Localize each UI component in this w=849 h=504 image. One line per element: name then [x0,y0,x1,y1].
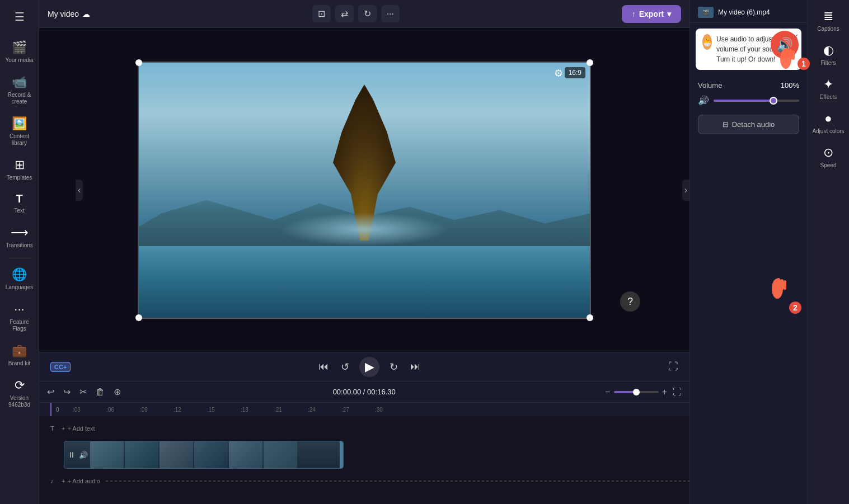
text-track-label: T [50,425,62,432]
resize-handle-br[interactable] [587,314,593,321]
templates-icon: ⊞ [15,158,25,172]
sidebar-item-your-media[interactable]: 🎬 Your media [2,36,37,68]
sidebar-item-record-create[interactable]: 📹 Record &create [2,70,37,110]
crop-button[interactable]: ⊡ [312,5,331,22]
rotate-button[interactable]: ↻ [358,5,377,22]
sidebar-item-templates[interactable]: ⊞ Templates [2,153,37,186]
forward-button[interactable]: ↻ [387,359,400,375]
sidebar-item-label: Text [14,208,24,214]
right-panel-item-speed[interactable]: ⊙ Speed [809,141,847,173]
add-audio-button[interactable]: + + Add audio [62,478,100,484]
feature-flags-icon: ··· [14,302,24,317]
cc-button[interactable]: CC+ [50,362,71,372]
sidebar-item-content-library[interactable]: 🖼️ Content library [2,112,37,151]
right-panel-item-captions[interactable]: ≣ Captions [809,4,847,36]
sidebar-item-label: Languages [6,284,34,291]
preview-settings-icon[interactable]: ⚙ [554,67,563,79]
timeline-toolbar: ↩ ↪ ✂ 🗑 ⊕ 00:00.00 / 00:16.30 − + ⛶ [39,381,689,403]
rewind-button[interactable]: ↺ [339,359,351,375]
delete-button[interactable]: 🗑 [93,385,107,399]
expand-panel-button[interactable]: › [682,180,689,201]
duplicate-button[interactable]: ⊕ [111,384,123,399]
sidebar-item-label: Version 9462b3d [4,395,35,408]
library-icon: 🖼️ [12,116,27,131]
fullscreen-timeline-button[interactable]: ⛶ [670,385,684,399]
detach-audio-button[interactable]: ⊟ Detach audio [698,115,799,134]
cut-button[interactable]: ✂ [77,384,89,399]
volume-speaker-icon: 🔊 [698,95,709,106]
project-title: My video ☁ [48,10,90,18]
resize-handle-tr[interactable] [587,59,593,66]
skip-back-button[interactable]: ⏮ [316,359,331,375]
media-icon: 🎬 [12,40,27,55]
zoom-out-button[interactable]: − [605,387,610,397]
hamburger-menu[interactable]: ☰ [10,6,29,28]
sidebar-item-languages[interactable]: 🌐 Languages [2,263,37,295]
speed-icon: ⊙ [823,145,833,160]
skip-forward-button[interactable]: ⏭ [408,359,423,375]
collapse-panel-button[interactable]: ‹ [76,180,83,201]
sidebar-item-version[interactable]: ⟳ Version 9462b3d [2,374,37,413]
sidebar-divider [8,258,31,258]
filters-label: Filters [820,60,836,66]
add-text-label: + Add text [67,425,95,432]
resize-handle-bl[interactable] [135,314,142,321]
sidebar-item-feature-flags[interactable]: ··· Feature Flags [2,298,37,337]
more-button[interactable]: ··· [381,5,400,22]
timeline-ruler: 0 :03 :06 :09 :12 :15 :18 :21 :24 :27 :3… [39,403,689,416]
text-icon: T [16,192,22,205]
clip-pause-icon: ⏸ [68,450,76,459]
cursor-hand-2: 2 [762,269,801,314]
sidebar-item-brand-kit[interactable]: 💼 Brand kit [2,339,37,371]
video-clip[interactable]: ⏸ 🔊 [64,441,344,469]
undo-button[interactable]: ↩ [45,384,57,399]
project-name: My video [48,10,79,18]
playhead[interactable] [50,403,51,416]
clip-end-handle[interactable] [340,441,343,468]
add-text-icon: + [62,425,65,432]
right-panel-item-adjust-colors[interactable]: ● Adjust colors [809,107,847,139]
clip-thumb [264,441,297,468]
clip-thumb [229,441,262,468]
ruler-mark: :15 [207,407,241,413]
sidebar-item-transitions[interactable]: ⟶ Transitions [2,221,37,253]
captions-icon: ≣ [823,9,833,23]
right-panel-item-filters[interactable]: ◐ Filters [809,39,847,70]
cc-label: CC+ [54,364,67,370]
transitions-icon: ⟶ [11,225,29,240]
controls-center: ⏮ ↺ ▶ ↻ ⏭ [316,357,423,377]
zoom-in-button[interactable]: + [662,387,667,397]
svg-rect-8 [780,279,784,290]
toolbar-center: ⊡ ⇄ ↻ ··· [96,5,616,22]
ruler-mark: :27 [341,407,375,413]
water-bg [139,246,590,318]
tip-avatar: 🐣 [702,34,712,50]
ruler-mark: :18 [241,407,274,413]
volume-slider[interactable] [714,100,799,102]
resize-handle-tl[interactable] [135,59,142,66]
sidebar-item-label: Brand kit [8,360,30,367]
video-preview: ⚙ 16:9 [138,62,591,319]
captions-label: Captions [817,26,839,32]
play-button[interactable]: ▶ [359,357,379,377]
clip-thumb [160,441,193,468]
redo-button[interactable]: ↪ [61,384,73,399]
add-text-button[interactable]: + + Add text [62,425,95,432]
fullscreen-button[interactable]: ⛶ [668,361,678,373]
clip-thumbnails [90,441,340,468]
volume-value: 100% [781,81,799,90]
controls-right: ⛶ [668,361,678,373]
video-background [139,63,590,318]
badge-2: 2 [789,302,801,314]
tip-close-button[interactable]: × [793,32,798,42]
zoom-slider[interactable] [614,391,659,393]
right-panel-item-effects[interactable]: ✦ Effects [809,73,847,105]
flip-button[interactable]: ⇄ [335,5,354,22]
ruler-mark: :06 [106,407,140,413]
effects-label: Effects [820,94,837,100]
audio-track-empty [106,481,689,482]
sidebar-item-text[interactable]: T Text [2,188,37,219]
export-button[interactable]: ↑ Export ▾ [622,5,681,23]
help-button[interactable]: ? [620,291,640,312]
file-thumbnail: 🎬 [698,7,714,18]
